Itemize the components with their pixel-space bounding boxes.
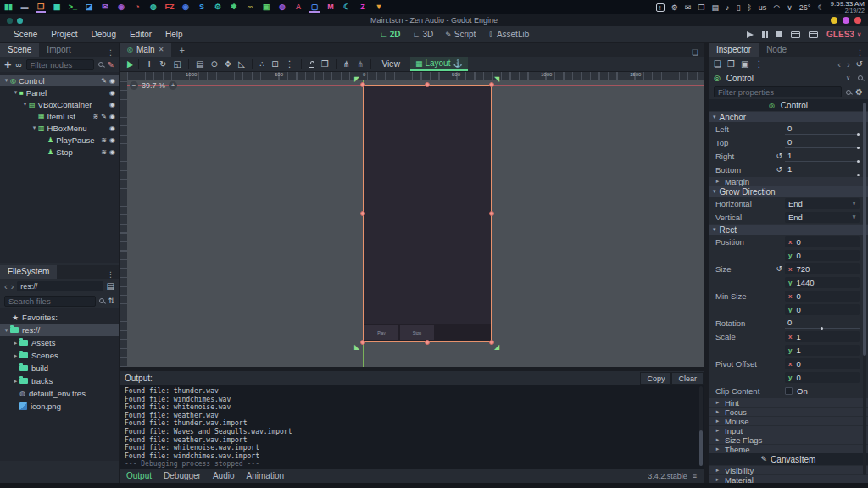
- vector-x-input[interactable]: x0: [785, 236, 860, 247]
- inspector-scrollbar[interactable]: [863, 103, 866, 475]
- focused-app-icon[interactable]: ▢: [309, 2, 320, 13]
- scale-tool-icon[interactable]: ◱: [173, 59, 181, 69]
- pause-button[interactable]: [762, 31, 768, 38]
- panel-toggle-icon[interactable]: ≡: [693, 472, 697, 480]
- collapse-icon[interactable]: ▾: [31, 125, 38, 131]
- list-select-icon[interactable]: ▤: [196, 59, 203, 69]
- vector-y-input[interactable]: y0: [785, 372, 860, 383]
- tools-icon[interactable]: ⚙: [855, 87, 863, 97]
- new-resource-icon[interactable]: ❏: [714, 59, 721, 69]
- 2d-viewport-canvas[interactable]: -1000-500050010001500 Play Stop ◤ ◥ ◣ ◢ …: [120, 72, 704, 367]
- workspace-script[interactable]: ✎Script: [445, 30, 476, 39]
- back-icon[interactable]: ‹: [4, 281, 8, 291]
- collapse-icon[interactable]: ▾: [3, 327, 10, 334]
- zoom-out-button[interactable]: −: [130, 81, 138, 90]
- revert-icon[interactable]: ↺: [776, 264, 782, 273]
- dock-menu-icon[interactable]: ⋮: [103, 270, 119, 279]
- filter-nodes-input[interactable]: [26, 59, 94, 70]
- battery-icon[interactable]: ▯: [736, 3, 740, 12]
- dropdown[interactable]: End∨: [785, 198, 860, 209]
- vector-x-input[interactable]: x1: [785, 331, 860, 342]
- tab-inspector[interactable]: Inspector: [709, 43, 759, 57]
- menu-project[interactable]: Project: [44, 30, 84, 39]
- group-icon[interactable]: ❐: [321, 59, 329, 69]
- skype-app-icon[interactable]: S: [197, 2, 207, 13]
- collapse-icon[interactable]: ▾: [3, 77, 10, 84]
- move-tool-icon[interactable]: ✛: [146, 59, 153, 69]
- history-back-icon[interactable]: ‹: [837, 59, 841, 69]
- vector-x-input[interactable]: x0: [785, 358, 860, 369]
- favorites-row[interactable]: ★ Favorites:: [0, 311, 119, 324]
- menu-debug[interactable]: Debug: [84, 30, 122, 39]
- tab-import[interactable]: Import: [39, 43, 78, 57]
- save-resource-icon[interactable]: ▣: [741, 59, 748, 69]
- notification-icon[interactable]: !: [656, 3, 665, 12]
- vector-x-input[interactable]: x0: [785, 291, 860, 302]
- resize-handle-bottom-left[interactable]: [360, 340, 365, 345]
- vector-y-input[interactable]: y0: [785, 304, 860, 315]
- output-log[interactable]: Found file: thunder.wavFound file: windc…: [120, 385, 704, 469]
- stop-button[interactable]: [776, 31, 782, 37]
- window-preview-icon[interactable]: ▬: [19, 2, 30, 13]
- smart-snap-icon[interactable]: ∴: [259, 59, 264, 69]
- load-resource-icon[interactable]: ❒: [727, 59, 735, 69]
- category-mouse[interactable]: ▸Mouse: [709, 416, 868, 425]
- category-input[interactable]: ▸Input: [709, 425, 868, 435]
- number-input[interactable]: 1: [785, 164, 860, 175]
- resize-handle-top-left[interactable]: [360, 82, 365, 87]
- volume-icon[interactable]: ♪: [726, 3, 730, 12]
- gear-icon[interactable]: ⚙: [671, 3, 678, 12]
- anchor-marker-top-left[interactable]: ◤: [354, 76, 359, 83]
- number-input[interactable]: 0: [785, 318, 860, 329]
- flash-app-icon[interactable]: Z: [358, 2, 368, 13]
- search-help-icon[interactable]: [858, 75, 863, 80]
- snap-options-icon[interactable]: ⋮: [286, 59, 294, 69]
- bluetooth-icon[interactable]: ᛒ: [747, 3, 751, 12]
- object-history-icon[interactable]: ↺: [856, 59, 863, 69]
- signal-icon[interactable]: ≋: [93, 113, 99, 120]
- menu-scene[interactable]: Scene: [7, 30, 44, 39]
- image-viewer-app-icon[interactable]: ◪: [84, 2, 94, 13]
- collapse-icon[interactable]: ▾: [12, 89, 19, 96]
- resize-handle-top[interactable]: [425, 82, 430, 87]
- mail-icon[interactable]: ✉: [685, 3, 692, 12]
- resize-handle-top-right[interactable]: [489, 82, 494, 87]
- text-editor-app-icon[interactable]: ▦: [52, 2, 62, 13]
- moon-app-icon[interactable]: ☾: [342, 2, 352, 13]
- history-forward-icon[interactable]: ›: [847, 59, 850, 69]
- vector-y-input[interactable]: y1440: [785, 277, 860, 288]
- tab-scene[interactable]: Scene: [0, 43, 39, 57]
- select-tool-icon[interactable]: ▶: [122, 59, 133, 69]
- file-manager-icon[interactable]: ❒: [36, 2, 46, 13]
- expand-icon[interactable]: ▸: [12, 378, 19, 385]
- close-tab-icon[interactable]: ✕: [159, 43, 164, 57]
- ruler-tool-icon[interactable]: ◺: [238, 59, 245, 69]
- bottom-tab-output[interactable]: Output: [126, 471, 152, 480]
- category-hint[interactable]: ▸Hint: [709, 397, 868, 407]
- number-input[interactable]: 0: [785, 137, 860, 148]
- scene-node-control[interactable]: ▾ ◎ Control ✎◉: [0, 75, 119, 86]
- scene-node-vboxcontainer[interactable]: ▾ ▤ VBoxContainer ◉: [0, 98, 119, 110]
- scene-node-panel[interactable]: ▾ ■ Panel ◉: [0, 86, 119, 98]
- copy-button[interactable]: Copy: [640, 372, 671, 385]
- browser-app-icon[interactable]: ◍: [277, 2, 287, 13]
- expand-icon[interactable]: ▸: [12, 340, 19, 347]
- play-custom-scene-button[interactable]: [809, 31, 818, 38]
- resource-menu-icon[interactable]: ⋮: [754, 59, 763, 69]
- category-size-flags[interactable]: ▸Size Flags: [709, 435, 868, 444]
- dock-menu-icon[interactable]: ⋮: [103, 48, 119, 57]
- scene-node-hboxmenu[interactable]: ▾ ▥ HBoxMenu ◉: [0, 122, 119, 134]
- clipboard-icon[interactable]: ▤: [711, 3, 719, 12]
- category-margin[interactable]: ▸Margin: [709, 176, 868, 186]
- vertical-ruler[interactable]: [120, 80, 127, 367]
- forward-icon[interactable]: ›: [11, 281, 14, 291]
- keyboard-layout[interactable]: us: [759, 3, 767, 12]
- vector-x-input[interactable]: x720: [785, 263, 860, 274]
- bottom-tab-animation[interactable]: Animation: [247, 471, 284, 480]
- dropdown[interactable]: End∨: [785, 212, 860, 223]
- revert-icon[interactable]: ↺: [776, 165, 782, 174]
- vector-y-input[interactable]: y0: [785, 250, 860, 261]
- play-button[interactable]: [747, 31, 754, 38]
- terminal-app-icon[interactable]: >_: [68, 2, 78, 13]
- selected-control-rect[interactable]: Play Stop: [363, 85, 492, 342]
